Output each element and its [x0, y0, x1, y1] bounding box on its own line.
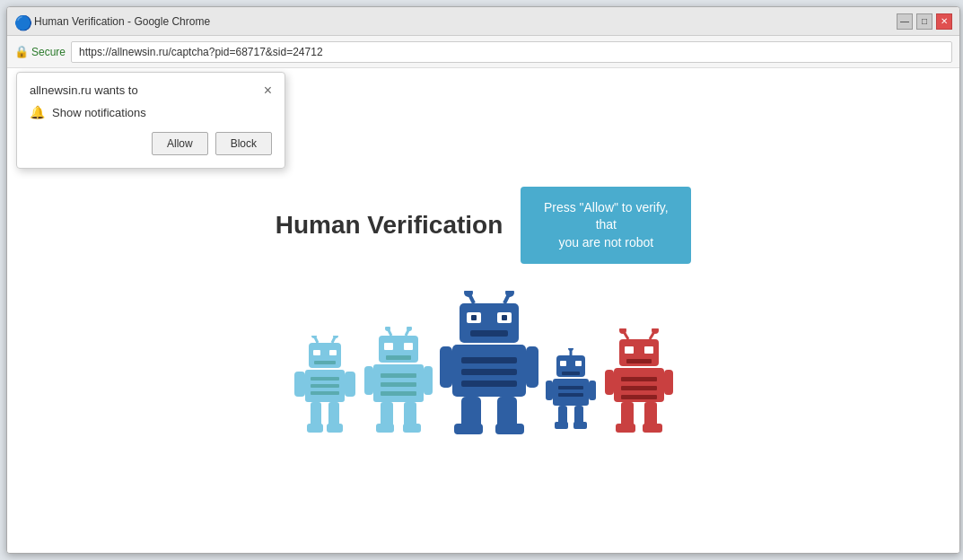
- robot-dark-blue-large: [440, 291, 538, 434]
- svg-rect-32: [381, 402, 393, 427]
- svg-rect-29: [381, 391, 416, 396]
- svg-rect-70: [573, 422, 587, 429]
- robot-red-medium: [603, 328, 675, 434]
- svg-point-58: [568, 348, 573, 351]
- url-text: https://allnewsin.ru/captcha?pid=68717&s…: [79, 46, 323, 58]
- allow-button[interactable]: Allow: [152, 132, 208, 155]
- svg-rect-33: [404, 402, 416, 427]
- svg-rect-60: [575, 361, 582, 366]
- svg-rect-31: [424, 366, 433, 395]
- svg-rect-14: [311, 402, 321, 427]
- svg-rect-61: [562, 372, 580, 375]
- secure-badge: 🔒 Secure: [14, 45, 66, 58]
- popup-close-button[interactable]: ×: [264, 83, 272, 98]
- svg-rect-16: [307, 424, 323, 433]
- svg-rect-10: [311, 384, 339, 388]
- svg-rect-64: [558, 393, 583, 397]
- verify-line1: Press "Allow" to verify, that: [544, 200, 669, 232]
- svg-rect-76: [625, 346, 634, 354]
- nav-bar: 🔒 Secure https://allnewsin.ru/captcha?pi…: [7, 36, 959, 68]
- svg-rect-83: [605, 370, 614, 395]
- svg-rect-47: [461, 357, 517, 363]
- secure-label: Secure: [31, 46, 66, 58]
- notification-label: Show notifications: [52, 106, 146, 119]
- svg-rect-15: [328, 402, 339, 427]
- svg-rect-11: [311, 391, 339, 395]
- svg-rect-5: [313, 350, 320, 355]
- svg-rect-25: [386, 355, 411, 360]
- svg-rect-48: [461, 369, 517, 375]
- svg-rect-17: [327, 424, 343, 433]
- svg-rect-44: [502, 315, 507, 320]
- svg-rect-23: [384, 343, 393, 350]
- svg-rect-63: [558, 386, 583, 389]
- page-heading: Human Verification: [276, 211, 503, 240]
- address-bar[interactable]: https://allnewsin.ru/captcha?pid=68717&s…: [71, 41, 952, 63]
- svg-rect-12: [294, 372, 305, 397]
- svg-rect-85: [621, 402, 634, 427]
- svg-rect-84: [664, 370, 673, 395]
- svg-rect-27: [381, 373, 416, 378]
- maximize-button[interactable]: □: [916, 13, 932, 30]
- svg-rect-50: [440, 346, 452, 388]
- svg-rect-30: [364, 366, 373, 395]
- svg-rect-62: [553, 379, 589, 406]
- svg-rect-81: [621, 386, 657, 390]
- popup-title: allnewsin.ru wants to: [30, 83, 138, 97]
- svg-rect-80: [621, 377, 657, 381]
- svg-rect-88: [643, 424, 662, 433]
- svg-rect-49: [461, 381, 517, 387]
- svg-rect-24: [404, 343, 413, 350]
- svg-rect-87: [616, 424, 635, 433]
- svg-rect-54: [454, 424, 483, 434]
- robots-row: [293, 291, 675, 434]
- svg-rect-36: [460, 303, 519, 343]
- svg-rect-77: [644, 346, 653, 354]
- notification-popup: allnewsin.ru wants to × 🔔 Show notificat…: [16, 72, 285, 169]
- minimize-button[interactable]: —: [897, 13, 913, 30]
- browser-icon: 🔵: [14, 14, 29, 29]
- svg-rect-65: [546, 381, 553, 400]
- popup-buttons: Allow Block: [30, 132, 272, 155]
- svg-rect-6: [329, 350, 337, 355]
- svg-rect-66: [589, 381, 596, 400]
- svg-rect-28: [381, 382, 416, 387]
- svg-rect-9: [311, 377, 339, 381]
- svg-rect-78: [626, 359, 652, 363]
- svg-rect-35: [403, 424, 421, 433]
- robot-dark-blue-small: [546, 348, 596, 434]
- verify-line2: you are not robot: [558, 235, 653, 249]
- close-button[interactable]: ✕: [936, 13, 952, 30]
- svg-rect-13: [345, 372, 355, 397]
- svg-rect-82: [621, 395, 657, 399]
- lock-icon: 🔒: [14, 45, 29, 58]
- svg-rect-55: [495, 424, 524, 434]
- popup-header: allnewsin.ru wants to ×: [30, 83, 272, 98]
- svg-rect-51: [526, 346, 538, 388]
- svg-rect-59: [560, 361, 566, 366]
- svg-rect-69: [555, 422, 568, 429]
- verify-button[interactable]: Press "Allow" to verify, that you are no…: [521, 187, 691, 265]
- window-title: Human Verification - Google Chrome: [34, 15, 897, 28]
- svg-rect-34: [376, 424, 394, 433]
- robot-light-blue-small: [293, 336, 357, 434]
- page-content: allnewsin.ru wants to × 🔔 Show notificat…: [7, 68, 959, 553]
- browser-window: 🔵 Human Verification - Google Chrome — □…: [6, 6, 960, 554]
- bell-icon: 🔔: [30, 105, 45, 119]
- block-button[interactable]: Block: [215, 132, 272, 155]
- page-title-row: Human Verification Press "Allow" to veri…: [276, 187, 692, 265]
- svg-rect-86: [644, 402, 657, 427]
- svg-rect-43: [471, 315, 477, 320]
- title-bar: 🔵 Human Verification - Google Chrome — □…: [7, 7, 959, 36]
- svg-rect-45: [470, 330, 508, 337]
- robot-light-blue-medium: [364, 327, 433, 434]
- svg-rect-7: [314, 361, 336, 364]
- popup-notification-row: 🔔 Show notifications: [30, 105, 272, 119]
- window-controls: — □ ✕: [897, 13, 952, 30]
